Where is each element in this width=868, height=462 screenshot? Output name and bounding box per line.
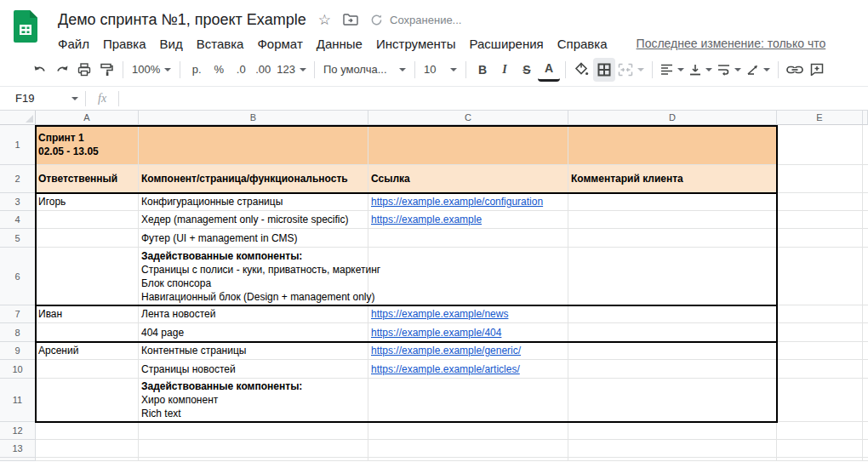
cell-D7[interactable]	[568, 305, 777, 323]
cell-E12[interactable]	[777, 422, 863, 440]
cell-A4[interactable]	[36, 211, 139, 229]
cell-D6[interactable]	[568, 248, 777, 305]
cell-B4[interactable]: Хедер (management only - microsite speci…	[139, 211, 368, 229]
borders-button[interactable]	[593, 58, 615, 82]
paint-format-button[interactable]	[95, 58, 117, 82]
insert-comment-button[interactable]	[806, 58, 828, 82]
cell-E6[interactable]	[777, 248, 863, 305]
cell-partial[interactable]	[863, 211, 868, 229]
cell-C7[interactable]: https://example.example/news	[368, 305, 568, 323]
cell-B5[interactable]: Футер (UI + management in CMS)	[139, 229, 368, 248]
fill-color-button[interactable]	[571, 58, 593, 82]
cell-C5[interactable]	[368, 229, 568, 248]
column-header-A[interactable]: A	[36, 111, 139, 125]
cell-B10[interactable]: Страницы новостей	[139, 360, 368, 379]
cell-D13[interactable]	[568, 440, 777, 458]
cell-partial[interactable]	[863, 379, 868, 422]
cell-partial[interactable]	[863, 229, 868, 248]
row-header-11[interactable]: 11	[0, 379, 36, 422]
cell-link[interactable]: https://example.example/404	[371, 326, 565, 339]
cell-link[interactable]: https://example.example/configuration	[371, 195, 565, 208]
document-title[interactable]: Демо спринта №1, проект Example	[58, 11, 306, 29]
cell-C11[interactable]	[368, 379, 568, 422]
cell-C3[interactable]: https://example.example/configuration	[368, 193, 568, 211]
row-header-3[interactable]: 3	[0, 193, 36, 211]
cell-partial[interactable]	[863, 125, 868, 165]
cell-link[interactable]: https://example.example/news	[371, 307, 565, 321]
row-header-13[interactable]: 13	[0, 440, 36, 458]
cell-B1[interactable]	[139, 125, 368, 165]
menu-extensions[interactable]: Расширения	[463, 35, 551, 53]
cell-C[interactable]	[368, 458, 568, 461]
cell-A[interactable]	[36, 458, 139, 461]
cell-C10[interactable]: https://example.example/articles/	[368, 360, 568, 379]
cell-E13[interactable]	[777, 440, 863, 458]
cell-partial[interactable]	[863, 458, 868, 461]
menu-help[interactable]: Справка	[551, 35, 614, 53]
menu-file[interactable]: Файл	[58, 35, 96, 53]
cell-C6[interactable]	[368, 248, 568, 305]
cell-D5[interactable]	[568, 229, 777, 248]
cell-E3[interactable]	[777, 193, 863, 211]
cell-D2[interactable]: Комментарий клиента	[568, 165, 777, 193]
cell-C1[interactable]	[368, 125, 568, 165]
row-header-7[interactable]: 7	[0, 305, 36, 323]
cell-B2[interactable]: Компонент/страница/функциональность	[139, 165, 368, 193]
zoom-select[interactable]: 100%	[128, 59, 174, 81]
cell-B[interactable]	[139, 458, 368, 461]
cell-E10[interactable]	[777, 360, 863, 379]
percent-format-button[interactable]: %	[208, 58, 230, 82]
decrease-decimal-button[interactable]: .0	[230, 58, 252, 82]
cell-E8[interactable]	[777, 323, 863, 342]
cell-C12[interactable]	[368, 422, 568, 440]
cell-D9[interactable]	[568, 342, 777, 360]
cell-partial[interactable]	[863, 323, 868, 342]
row-header-9[interactable]: 9	[0, 342, 36, 360]
cell-B12[interactable]	[139, 422, 368, 440]
menu-data[interactable]: Данные	[310, 35, 369, 53]
cell-A13[interactable]	[36, 440, 139, 458]
cell-A9[interactable]: Арсений	[36, 342, 139, 360]
cell-C13[interactable]	[368, 440, 568, 458]
cell-partial[interactable]	[863, 360, 868, 379]
cell-E4[interactable]	[777, 211, 863, 229]
increase-decimal-button[interactable]: .00	[252, 58, 274, 82]
row-header-10[interactable]: 10	[0, 360, 36, 379]
insert-link-button[interactable]	[784, 58, 806, 82]
menu-format[interactable]: Формат	[250, 35, 309, 53]
name-box[interactable]: F19	[0, 92, 85, 105]
cell-D11[interactable]	[568, 379, 777, 422]
print-button[interactable]	[73, 58, 95, 82]
cell-E11[interactable]	[777, 379, 863, 422]
cell-B6[interactable]: Задействованные компоненты:Страницы с по…	[139, 248, 368, 305]
cell-A11[interactable]	[36, 379, 139, 422]
cell-link[interactable]: https://example.example	[371, 213, 565, 226]
cell-partial[interactable]	[863, 165, 868, 193]
star-icon[interactable]: ☆	[318, 13, 331, 27]
menu-insert[interactable]: Вставка	[190, 35, 251, 53]
row-header-8[interactable]: 8	[0, 323, 36, 342]
cell-A6[interactable]	[36, 248, 139, 305]
cell-D8[interactable]	[568, 323, 777, 342]
cell-A5[interactable]	[36, 229, 139, 248]
cell-C2[interactable]: Ссылка	[368, 165, 568, 193]
column-header-partial[interactable]	[863, 111, 868, 125]
cell-A7[interactable]: Иван	[36, 305, 139, 323]
cell-D1[interactable]	[568, 125, 777, 165]
cell-B3[interactable]: Конфигурационные страницы	[139, 193, 368, 211]
undo-button[interactable]	[29, 58, 51, 82]
cell-E5[interactable]	[777, 229, 863, 248]
cell-E9[interactable]	[777, 342, 863, 360]
row-header-12[interactable]: 12	[0, 422, 36, 440]
cell-C8[interactable]: https://example.example/404	[368, 323, 568, 342]
redo-button[interactable]	[51, 58, 73, 82]
cell-D[interactable]	[568, 458, 777, 461]
row-header-partial[interactable]	[0, 458, 36, 461]
cell-E1[interactable]	[777, 125, 863, 165]
text-rotation-button[interactable]	[744, 58, 773, 82]
cell-partial[interactable]	[863, 342, 868, 360]
cell-D10[interactable]	[568, 360, 777, 379]
cell-E7[interactable]	[777, 305, 863, 323]
text-wrap-button[interactable]	[715, 58, 744, 82]
menu-edit[interactable]: Правка	[96, 35, 153, 53]
